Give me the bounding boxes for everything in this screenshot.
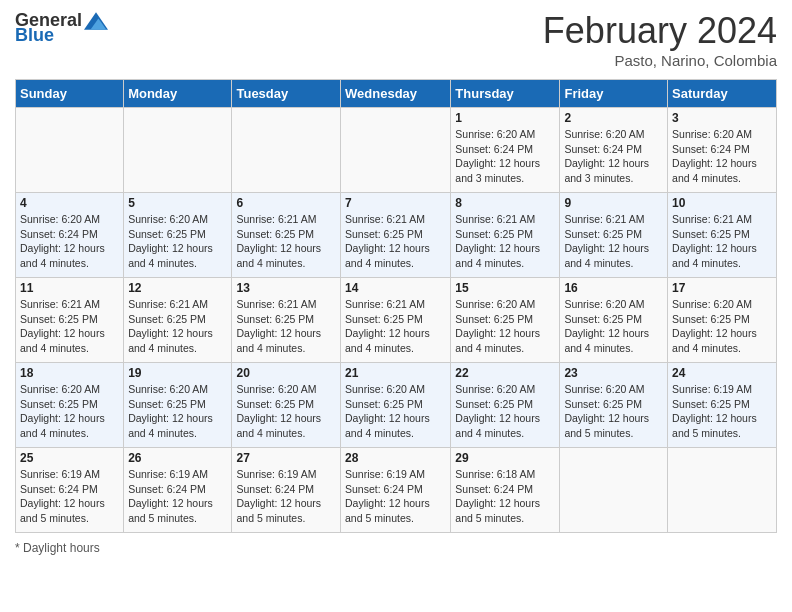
day-info: Sunrise: 6:20 AM Sunset: 6:25 PM Dayligh… — [20, 382, 119, 441]
day-number: 4 — [20, 196, 119, 210]
day-info: Sunrise: 6:19 AM Sunset: 6:24 PM Dayligh… — [20, 467, 119, 526]
table-row: 6Sunrise: 6:21 AM Sunset: 6:25 PM Daylig… — [232, 193, 341, 278]
day-info: Sunrise: 6:21 AM Sunset: 6:25 PM Dayligh… — [236, 297, 336, 356]
day-number: 28 — [345, 451, 446, 465]
day-number: 11 — [20, 281, 119, 295]
logo: General Blue — [15, 10, 108, 46]
table-row: 25Sunrise: 6:19 AM Sunset: 6:24 PM Dayli… — [16, 448, 124, 533]
day-info: Sunrise: 6:21 AM Sunset: 6:25 PM Dayligh… — [672, 212, 772, 271]
day-number: 8 — [455, 196, 555, 210]
day-info: Sunrise: 6:20 AM Sunset: 6:25 PM Dayligh… — [236, 382, 336, 441]
logo-blue: Blue — [15, 25, 54, 46]
day-header-sunday: Sunday — [16, 80, 124, 108]
logo-icon — [84, 12, 108, 30]
title-area: February 2024 Pasto, Narino, Colombia — [543, 10, 777, 69]
day-number: 22 — [455, 366, 555, 380]
day-header-monday: Monday — [124, 80, 232, 108]
day-info: Sunrise: 6:19 AM Sunset: 6:24 PM Dayligh… — [236, 467, 336, 526]
table-row: 17Sunrise: 6:20 AM Sunset: 6:25 PM Dayli… — [668, 278, 777, 363]
table-row: 26Sunrise: 6:19 AM Sunset: 6:24 PM Dayli… — [124, 448, 232, 533]
table-row: 18Sunrise: 6:20 AM Sunset: 6:25 PM Dayli… — [16, 363, 124, 448]
day-number: 13 — [236, 281, 336, 295]
day-info: Sunrise: 6:21 AM Sunset: 6:25 PM Dayligh… — [128, 297, 227, 356]
table-row: 20Sunrise: 6:20 AM Sunset: 6:25 PM Dayli… — [232, 363, 341, 448]
day-info: Sunrise: 6:20 AM Sunset: 6:25 PM Dayligh… — [455, 382, 555, 441]
table-row: 8Sunrise: 6:21 AM Sunset: 6:25 PM Daylig… — [451, 193, 560, 278]
day-info: Sunrise: 6:20 AM Sunset: 6:25 PM Dayligh… — [564, 382, 663, 441]
day-header-wednesday: Wednesday — [341, 80, 451, 108]
day-info: Sunrise: 6:20 AM Sunset: 6:25 PM Dayligh… — [128, 212, 227, 271]
day-info: Sunrise: 6:20 AM Sunset: 6:24 PM Dayligh… — [20, 212, 119, 271]
day-info: Sunrise: 6:20 AM Sunset: 6:24 PM Dayligh… — [672, 127, 772, 186]
day-number: 24 — [672, 366, 772, 380]
day-info: Sunrise: 6:21 AM Sunset: 6:25 PM Dayligh… — [345, 297, 446, 356]
day-info: Sunrise: 6:21 AM Sunset: 6:25 PM Dayligh… — [345, 212, 446, 271]
day-header-tuesday: Tuesday — [232, 80, 341, 108]
table-row: 14Sunrise: 6:21 AM Sunset: 6:25 PM Dayli… — [341, 278, 451, 363]
table-row — [124, 108, 232, 193]
day-info: Sunrise: 6:20 AM Sunset: 6:25 PM Dayligh… — [564, 297, 663, 356]
table-row — [668, 448, 777, 533]
day-number: 27 — [236, 451, 336, 465]
day-number: 6 — [236, 196, 336, 210]
table-row: 19Sunrise: 6:20 AM Sunset: 6:25 PM Dayli… — [124, 363, 232, 448]
day-info: Sunrise: 6:20 AM Sunset: 6:24 PM Dayligh… — [564, 127, 663, 186]
table-row: 28Sunrise: 6:19 AM Sunset: 6:24 PM Dayli… — [341, 448, 451, 533]
day-header-thursday: Thursday — [451, 80, 560, 108]
table-row: 29Sunrise: 6:18 AM Sunset: 6:24 PM Dayli… — [451, 448, 560, 533]
day-header-saturday: Saturday — [668, 80, 777, 108]
table-row: 23Sunrise: 6:20 AM Sunset: 6:25 PM Dayli… — [560, 363, 668, 448]
table-row — [232, 108, 341, 193]
table-row — [16, 108, 124, 193]
day-number: 23 — [564, 366, 663, 380]
calendar-table: SundayMondayTuesdayWednesdayThursdayFrid… — [15, 79, 777, 533]
table-row: 16Sunrise: 6:20 AM Sunset: 6:25 PM Dayli… — [560, 278, 668, 363]
day-info: Sunrise: 6:20 AM Sunset: 6:25 PM Dayligh… — [128, 382, 227, 441]
day-number: 16 — [564, 281, 663, 295]
table-row: 4Sunrise: 6:20 AM Sunset: 6:24 PM Daylig… — [16, 193, 124, 278]
table-row: 9Sunrise: 6:21 AM Sunset: 6:25 PM Daylig… — [560, 193, 668, 278]
day-number: 1 — [455, 111, 555, 125]
day-info: Sunrise: 6:20 AM Sunset: 6:25 PM Dayligh… — [672, 297, 772, 356]
day-info: Sunrise: 6:21 AM Sunset: 6:25 PM Dayligh… — [455, 212, 555, 271]
table-row — [341, 108, 451, 193]
table-row: 7Sunrise: 6:21 AM Sunset: 6:25 PM Daylig… — [341, 193, 451, 278]
day-number: 3 — [672, 111, 772, 125]
day-info: Sunrise: 6:21 AM Sunset: 6:25 PM Dayligh… — [236, 212, 336, 271]
table-row: 15Sunrise: 6:20 AM Sunset: 6:25 PM Dayli… — [451, 278, 560, 363]
day-info: Sunrise: 6:20 AM Sunset: 6:24 PM Dayligh… — [455, 127, 555, 186]
day-number: 17 — [672, 281, 772, 295]
day-number: 21 — [345, 366, 446, 380]
day-number: 26 — [128, 451, 227, 465]
table-row: 2Sunrise: 6:20 AM Sunset: 6:24 PM Daylig… — [560, 108, 668, 193]
header: General Blue February 2024 Pasto, Narino… — [15, 10, 777, 69]
month-title: February 2024 — [543, 10, 777, 52]
table-row: 22Sunrise: 6:20 AM Sunset: 6:25 PM Dayli… — [451, 363, 560, 448]
day-number: 5 — [128, 196, 227, 210]
day-info: Sunrise: 6:20 AM Sunset: 6:25 PM Dayligh… — [345, 382, 446, 441]
day-info: Sunrise: 6:19 AM Sunset: 6:24 PM Dayligh… — [345, 467, 446, 526]
table-row — [560, 448, 668, 533]
table-row: 1Sunrise: 6:20 AM Sunset: 6:24 PM Daylig… — [451, 108, 560, 193]
day-number: 12 — [128, 281, 227, 295]
table-row: 10Sunrise: 6:21 AM Sunset: 6:25 PM Dayli… — [668, 193, 777, 278]
day-info: Sunrise: 6:20 AM Sunset: 6:25 PM Dayligh… — [455, 297, 555, 356]
day-number: 14 — [345, 281, 446, 295]
day-info: Sunrise: 6:21 AM Sunset: 6:25 PM Dayligh… — [20, 297, 119, 356]
day-number: 19 — [128, 366, 227, 380]
day-number: 18 — [20, 366, 119, 380]
table-row: 5Sunrise: 6:20 AM Sunset: 6:25 PM Daylig… — [124, 193, 232, 278]
day-number: 2 — [564, 111, 663, 125]
day-header-friday: Friday — [560, 80, 668, 108]
day-number: 25 — [20, 451, 119, 465]
day-info: Sunrise: 6:19 AM Sunset: 6:25 PM Dayligh… — [672, 382, 772, 441]
table-row: 21Sunrise: 6:20 AM Sunset: 6:25 PM Dayli… — [341, 363, 451, 448]
day-number: 10 — [672, 196, 772, 210]
day-info: Sunrise: 6:21 AM Sunset: 6:25 PM Dayligh… — [564, 212, 663, 271]
day-number: 7 — [345, 196, 446, 210]
subtitle: Pasto, Narino, Colombia — [543, 52, 777, 69]
footer-note: * Daylight hours — [15, 541, 777, 555]
day-number: 15 — [455, 281, 555, 295]
day-number: 9 — [564, 196, 663, 210]
day-number: 29 — [455, 451, 555, 465]
